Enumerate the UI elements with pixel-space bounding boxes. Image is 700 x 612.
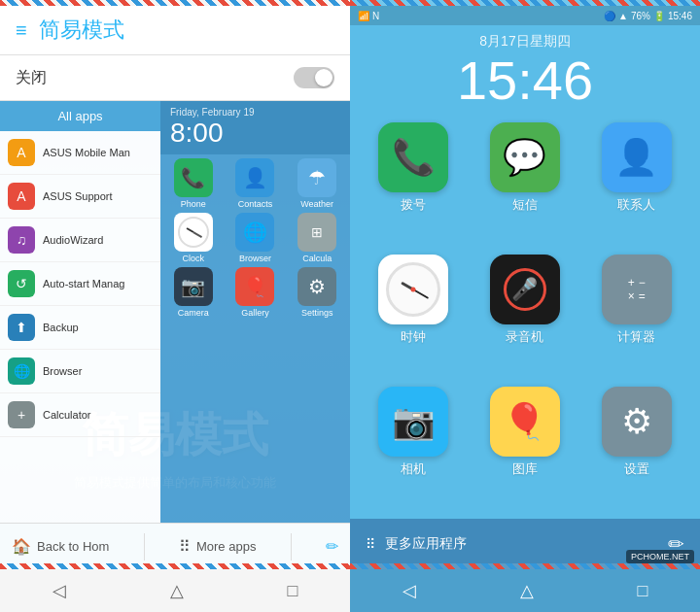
clock-date: Friday, February 19: [170, 107, 340, 118]
right-app-phone[interactable]: 📞 拨号: [362, 122, 466, 247]
app-label-phone: Phone: [181, 199, 206, 209]
recent-button[interactable]: □: [288, 581, 298, 601]
right-nav-bar: ◁ △ □: [350, 569, 700, 612]
app-icon-settings: ⚙: [298, 267, 336, 306]
app-cell-settings[interactable]: ⚙ Settings: [288, 267, 346, 318]
right-app-contacts[interactable]: 👤 联系人: [584, 122, 688, 247]
list-item[interactable]: ♫ AudioWizard: [0, 219, 160, 262]
right-label-calc: 计算器: [617, 328, 655, 346]
home-icon: 🏠: [12, 537, 31, 556]
edit-icon: ✏: [326, 537, 338, 556]
clock-status: 15:46: [668, 11, 692, 21]
right-app-sms[interactable]: 💬 短信: [473, 122, 578, 247]
battery-icon: 🔋: [653, 11, 665, 21]
app-label-calculator: Calcula: [302, 254, 332, 263]
clock-time: 8:00: [170, 118, 340, 149]
right-panel: 📶 N 🔵 ▲ 76% 🔋 15:46 8月17日星期四 15:46 📞 拨号: [350, 0, 700, 612]
list-item[interactable]: A ASUS Mobile Man: [0, 131, 160, 175]
app-icon-asus-mobile: A: [8, 139, 35, 166]
edit-button[interactable]: ✏: [326, 537, 338, 556]
status-left: 📶 N: [358, 11, 379, 21]
list-item[interactable]: ⬆ Backup: [0, 306, 160, 350]
list-item[interactable]: ↺ Auto-start Manag: [0, 262, 160, 306]
left-panel: ≡ 简易模式 关闭 简易模式 简易模式提供简单的布局和核心功能 All apps…: [0, 0, 350, 612]
app-cell-calculator[interactable]: ⊞ Calcula: [288, 213, 346, 263]
right-label-gallery: 图库: [512, 460, 538, 478]
right-status-bar: 📶 N 🔵 ▲ 76% 🔋 15:46: [350, 6, 700, 25]
right-icon-settings: ⚙: [602, 387, 672, 457]
network-icon: 📶: [358, 11, 369, 21]
toggle-row: 关闭: [0, 55, 350, 101]
app-icon-gallery: 🎈: [235, 267, 274, 306]
right-app-recorder[interactable]: 🎤 录音机: [473, 255, 578, 379]
app-cell-clock[interactable]: Clock: [164, 213, 223, 263]
right-icon-recorder: 🎤: [490, 255, 560, 324]
right-label-camera: 相机: [401, 460, 426, 478]
back-to-home-label: Back to Hom: [37, 539, 109, 554]
right-label-contacts: 联系人: [617, 196, 655, 214]
wifi-icon: ▲: [618, 11, 628, 21]
app-cell-phone[interactable]: 📞 Phone: [164, 158, 223, 209]
back-button[interactable]: ◁: [52, 580, 66, 601]
right-time: 15:46: [350, 51, 700, 111]
app-cell-camera[interactable]: 📷 Camera: [164, 267, 223, 318]
list-item[interactable]: A ASUS Support: [0, 175, 160, 219]
stripe-bottom-right: [350, 563, 700, 569]
app-label-weather: Weather: [300, 199, 333, 209]
toggle-switch[interactable]: [294, 67, 334, 88]
right-app-gallery[interactable]: 🎈 图库: [473, 387, 578, 511]
divider2: [291, 533, 292, 561]
app-icon-contacts: 👤: [235, 158, 274, 197]
right-label-recorder: 录音机: [506, 328, 543, 346]
app-name: Calculator: [43, 409, 91, 421]
right-date: 8月17日星期四: [350, 33, 700, 51]
stripe-bottom-left: [0, 563, 350, 569]
right-recent-button[interactable]: □: [638, 581, 648, 601]
left-bottom-bar: 🏠 Back to Hom ⠿ More apps ✏: [0, 523, 350, 569]
right-label-clock: 时钟: [401, 328, 426, 346]
app-icon-camera: 📷: [174, 267, 213, 306]
status-n: N: [372, 11, 379, 21]
app-icon-phone: 📞: [174, 158, 213, 197]
app-icon-browser2: 🌐: [235, 213, 274, 252]
clock-display: Friday, February 19 8:00: [160, 101, 350, 154]
right-app-grid: 📞 拨号 💬 短信 👤 联系人: [350, 115, 700, 519]
app-icon-browser: 🌐: [8, 357, 35, 385]
app-label-settings: Settings: [301, 308, 333, 318]
app-name: AudioWizard: [43, 234, 103, 246]
back-to-home-button[interactable]: 🏠 Back to Hom: [12, 537, 109, 556]
right-more-apps-btn[interactable]: ⠿ 更多应用程序: [366, 535, 467, 553]
app-label-browser: Browser: [239, 254, 271, 263]
right-app-settings[interactable]: ⚙ 设置: [584, 387, 688, 511]
app-icon-asus-support: A: [8, 183, 35, 210]
more-apps-button[interactable]: ⠿ More apps: [179, 537, 256, 556]
app-list-header: All apps: [0, 101, 160, 131]
app-cell-contacts[interactable]: 👤 Contacts: [227, 158, 285, 209]
mini-app-grid: 📞 Phone 👤 Contacts ☂ Weather: [160, 154, 350, 322]
right-back-button[interactable]: ◁: [402, 580, 416, 601]
right-home-button[interactable]: △: [520, 580, 534, 601]
right-datetime: 8月17日星期四 15:46: [350, 25, 700, 115]
stripe-top-right: [350, 0, 700, 6]
app-cell-gallery[interactable]: 🎈 Gallery: [227, 267, 285, 318]
list-item[interactable]: 🌐 Browser: [0, 350, 160, 393]
app-list-area: 简易模式 简易模式提供简单的布局和核心功能 All apps A ASUS Mo…: [0, 101, 350, 569]
right-app-camera[interactable]: 📷 相机: [362, 387, 466, 511]
more-apps-label: More apps: [196, 539, 256, 554]
more-apps-text: 更多应用程序: [385, 535, 467, 553]
list-item[interactable]: + Calculator: [0, 393, 160, 437]
app-icon-backup: ⬆: [8, 314, 35, 341]
right-icon-calc: +− ×=: [602, 255, 672, 324]
app-label-clock: Clock: [183, 254, 205, 263]
mic-symbol: 🎤: [511, 277, 538, 302]
app-icon-weather: ☂: [298, 158, 336, 197]
right-app-clock[interactable]: 时钟: [362, 255, 466, 379]
right-label-phone: 拨号: [401, 196, 426, 214]
right-app-calc[interactable]: +− ×= 计算器: [584, 255, 688, 379]
right-icon-contacts: 👤: [602, 122, 672, 192]
app-cell-browser[interactable]: 🌐 Browser: [227, 213, 285, 263]
home-button[interactable]: △: [170, 580, 184, 601]
app-list-left: All apps A ASUS Mobile Man A ASUS Suppor…: [0, 101, 160, 523]
app-cell-weather[interactable]: ☂ Weather: [288, 158, 346, 209]
hamburger-icon[interactable]: ≡: [16, 19, 27, 42]
